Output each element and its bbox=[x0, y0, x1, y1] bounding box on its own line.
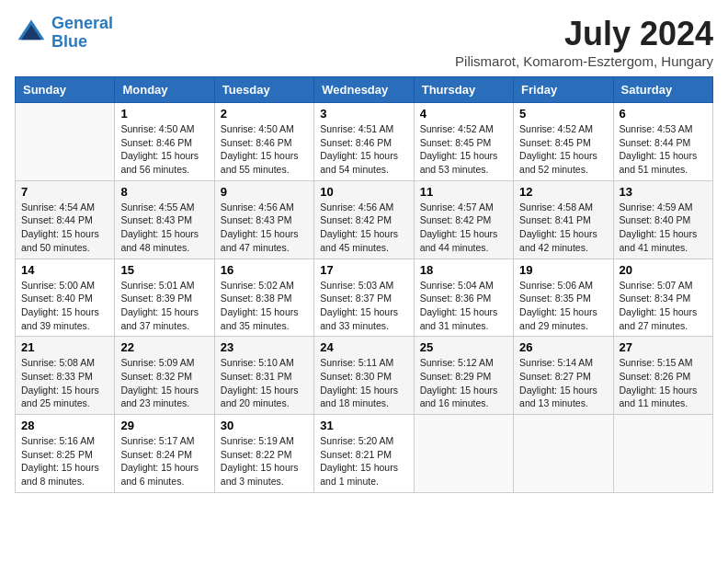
day-detail: Sunrise: 4:52 AM Sunset: 8:45 PM Dayligh… bbox=[519, 122, 607, 177]
day-detail: Sunrise: 4:56 AM Sunset: 8:42 PM Dayligh… bbox=[320, 201, 407, 255]
day-number: 31 bbox=[320, 419, 407, 432]
calendar-cell: 7Sunrise: 4:54 AM Sunset: 8:44 PM Daylig… bbox=[16, 180, 115, 259]
column-header-saturday: Saturday bbox=[613, 77, 712, 103]
day-detail: Sunrise: 5:19 AM Sunset: 8:22 PM Dayligh… bbox=[221, 434, 308, 488]
calendar-cell: 15Sunrise: 5:01 AM Sunset: 8:39 PM Dayli… bbox=[115, 259, 214, 337]
calendar-cell: 20Sunrise: 5:07 AM Sunset: 8:34 PM Dayli… bbox=[613, 259, 712, 337]
day-detail: Sunrise: 4:56 AM Sunset: 8:43 PM Dayligh… bbox=[221, 201, 308, 255]
calendar-cell: 14Sunrise: 5:00 AM Sunset: 8:40 PM Dayli… bbox=[16, 259, 115, 337]
day-number: 23 bbox=[221, 340, 308, 354]
week-row: 1Sunrise: 4:50 AM Sunset: 8:46 PM Daylig… bbox=[16, 103, 713, 181]
day-detail: Sunrise: 4:53 AM Sunset: 8:44 PM Dayligh… bbox=[620, 122, 707, 177]
day-detail: Sunrise: 4:55 AM Sunset: 8:43 PM Dayligh… bbox=[120, 201, 208, 255]
calendar-cell: 12Sunrise: 4:58 AM Sunset: 8:41 PM Dayli… bbox=[514, 180, 613, 259]
day-number: 24 bbox=[320, 340, 407, 354]
day-number: 25 bbox=[420, 340, 507, 354]
day-number: 17 bbox=[320, 263, 407, 277]
day-detail: Sunrise: 4:59 AM Sunset: 8:40 PM Dayligh… bbox=[620, 201, 707, 255]
day-detail: Sunrise: 5:02 AM Sunset: 8:38 PM Dayligh… bbox=[221, 279, 308, 333]
day-number: 3 bbox=[320, 107, 407, 121]
day-number: 16 bbox=[221, 263, 308, 277]
calendar-cell: 1Sunrise: 4:50 AM Sunset: 8:46 PM Daylig… bbox=[115, 103, 214, 181]
day-number: 12 bbox=[519, 185, 607, 199]
week-row: 7Sunrise: 4:54 AM Sunset: 8:44 PM Daylig… bbox=[16, 180, 713, 259]
day-number: 13 bbox=[620, 185, 707, 199]
day-number: 4 bbox=[420, 107, 507, 121]
day-detail: Sunrise: 5:07 AM Sunset: 8:34 PM Dayligh… bbox=[620, 279, 707, 333]
calendar-cell: 27Sunrise: 5:15 AM Sunset: 8:26 PM Dayli… bbox=[613, 337, 712, 415]
day-detail: Sunrise: 5:03 AM Sunset: 8:37 PM Dayligh… bbox=[320, 279, 407, 333]
day-number: 9 bbox=[221, 185, 308, 199]
logo-text: General Blue bbox=[51, 15, 113, 52]
day-number: 14 bbox=[21, 263, 108, 277]
day-detail: Sunrise: 4:57 AM Sunset: 8:42 PM Dayligh… bbox=[420, 201, 507, 255]
logo-line1: General bbox=[51, 14, 113, 32]
day-detail: Sunrise: 5:04 AM Sunset: 8:36 PM Dayligh… bbox=[420, 279, 507, 333]
day-detail: Sunrise: 4:51 AM Sunset: 8:46 PM Dayligh… bbox=[320, 122, 407, 177]
calendar-cell: 24Sunrise: 5:11 AM Sunset: 8:30 PM Dayli… bbox=[314, 337, 414, 415]
calendar-cell: 31Sunrise: 5:20 AM Sunset: 8:21 PM Dayli… bbox=[314, 415, 414, 493]
day-number: 1 bbox=[120, 107, 208, 121]
day-number: 27 bbox=[620, 340, 707, 354]
day-detail: Sunrise: 5:10 AM Sunset: 8:31 PM Dayligh… bbox=[221, 356, 308, 410]
calendar-cell: 23Sunrise: 5:10 AM Sunset: 8:31 PM Dayli… bbox=[214, 337, 313, 415]
calendar-cell: 26Sunrise: 5:14 AM Sunset: 8:27 PM Dayli… bbox=[514, 337, 613, 415]
column-header-monday: Monday bbox=[115, 77, 214, 103]
calendar-cell: 5Sunrise: 4:52 AM Sunset: 8:45 PM Daylig… bbox=[514, 103, 613, 181]
day-detail: Sunrise: 4:50 AM Sunset: 8:46 PM Dayligh… bbox=[221, 122, 308, 177]
calendar-cell bbox=[613, 415, 712, 493]
day-detail: Sunrise: 5:00 AM Sunset: 8:40 PM Dayligh… bbox=[21, 279, 108, 333]
day-detail: Sunrise: 4:58 AM Sunset: 8:41 PM Dayligh… bbox=[519, 201, 607, 255]
calendar-cell: 6Sunrise: 4:53 AM Sunset: 8:44 PM Daylig… bbox=[613, 103, 712, 181]
week-row: 28Sunrise: 5:16 AM Sunset: 8:25 PM Dayli… bbox=[16, 415, 713, 493]
day-detail: Sunrise: 5:17 AM Sunset: 8:24 PM Dayligh… bbox=[120, 434, 208, 488]
calendar-cell: 4Sunrise: 4:52 AM Sunset: 8:45 PM Daylig… bbox=[414, 103, 513, 181]
column-header-thursday: Thursday bbox=[414, 77, 513, 103]
day-number: 5 bbox=[519, 107, 607, 121]
day-detail: Sunrise: 5:14 AM Sunset: 8:27 PM Dayligh… bbox=[519, 356, 607, 410]
calendar-cell: 13Sunrise: 4:59 AM Sunset: 8:40 PM Dayli… bbox=[613, 180, 712, 259]
day-number: 7 bbox=[21, 185, 108, 199]
day-detail: Sunrise: 5:06 AM Sunset: 8:35 PM Dayligh… bbox=[519, 279, 607, 333]
day-detail: Sunrise: 5:01 AM Sunset: 8:39 PM Dayligh… bbox=[120, 279, 208, 333]
day-detail: Sunrise: 4:50 AM Sunset: 8:46 PM Dayligh… bbox=[120, 122, 208, 177]
calendar-cell: 2Sunrise: 4:50 AM Sunset: 8:46 PM Daylig… bbox=[214, 103, 313, 181]
day-number: 21 bbox=[21, 340, 108, 354]
day-detail: Sunrise: 5:12 AM Sunset: 8:29 PM Dayligh… bbox=[420, 356, 507, 410]
calendar-cell: 21Sunrise: 5:08 AM Sunset: 8:33 PM Dayli… bbox=[16, 337, 115, 415]
calendar-title: July 2024 bbox=[455, 15, 713, 53]
day-number: 8 bbox=[120, 185, 208, 199]
calendar-header: SundayMondayTuesdayWednesdayThursdayFrid… bbox=[16, 77, 713, 103]
day-number: 2 bbox=[221, 107, 308, 121]
calendar-cell: 17Sunrise: 5:03 AM Sunset: 8:37 PM Dayli… bbox=[314, 259, 414, 337]
calendar-cell: 16Sunrise: 5:02 AM Sunset: 8:38 PM Dayli… bbox=[214, 259, 313, 337]
column-header-sunday: Sunday bbox=[16, 77, 115, 103]
calendar-cell bbox=[414, 415, 513, 493]
day-detail: Sunrise: 5:09 AM Sunset: 8:32 PM Dayligh… bbox=[120, 356, 208, 410]
calendar-cell: 25Sunrise: 5:12 AM Sunset: 8:29 PM Dayli… bbox=[414, 337, 513, 415]
week-row: 14Sunrise: 5:00 AM Sunset: 8:40 PM Dayli… bbox=[16, 259, 713, 337]
calendar-cell: 22Sunrise: 5:09 AM Sunset: 8:32 PM Dayli… bbox=[115, 337, 214, 415]
week-row: 21Sunrise: 5:08 AM Sunset: 8:33 PM Dayli… bbox=[16, 337, 713, 415]
day-detail: Sunrise: 5:15 AM Sunset: 8:26 PM Dayligh… bbox=[620, 356, 707, 410]
day-detail: Sunrise: 4:54 AM Sunset: 8:44 PM Dayligh… bbox=[21, 201, 108, 255]
header-row: SundayMondayTuesdayWednesdayThursdayFrid… bbox=[16, 77, 713, 103]
calendar-subtitle: Pilismarot, Komarom-Esztergom, Hungary bbox=[455, 53, 713, 69]
calendar-cell: 9Sunrise: 4:56 AM Sunset: 8:43 PM Daylig… bbox=[214, 180, 313, 259]
day-detail: Sunrise: 4:52 AM Sunset: 8:45 PM Dayligh… bbox=[420, 122, 507, 177]
logo-icon bbox=[15, 17, 48, 50]
calendar-cell: 28Sunrise: 5:16 AM Sunset: 8:25 PM Dayli… bbox=[16, 415, 115, 493]
day-number: 20 bbox=[620, 263, 707, 277]
calendar-table: SundayMondayTuesdayWednesdayThursdayFrid… bbox=[15, 76, 713, 493]
day-number: 10 bbox=[320, 185, 407, 199]
calendar-cell: 29Sunrise: 5:17 AM Sunset: 8:24 PM Dayli… bbox=[115, 415, 214, 493]
day-detail: Sunrise: 5:20 AM Sunset: 8:21 PM Dayligh… bbox=[320, 434, 407, 488]
header: General Blue July 2024 Pilismarot, Komar… bbox=[15, 15, 713, 69]
day-number: 15 bbox=[120, 263, 208, 277]
calendar-cell: 11Sunrise: 4:57 AM Sunset: 8:42 PM Dayli… bbox=[414, 180, 513, 259]
calendar-cell: 8Sunrise: 4:55 AM Sunset: 8:43 PM Daylig… bbox=[115, 180, 214, 259]
title-area: July 2024 Pilismarot, Komarom-Esztergom,… bbox=[455, 15, 713, 69]
day-number: 11 bbox=[420, 185, 507, 199]
day-detail: Sunrise: 5:08 AM Sunset: 8:33 PM Dayligh… bbox=[21, 356, 108, 410]
column-header-wednesday: Wednesday bbox=[314, 77, 414, 103]
